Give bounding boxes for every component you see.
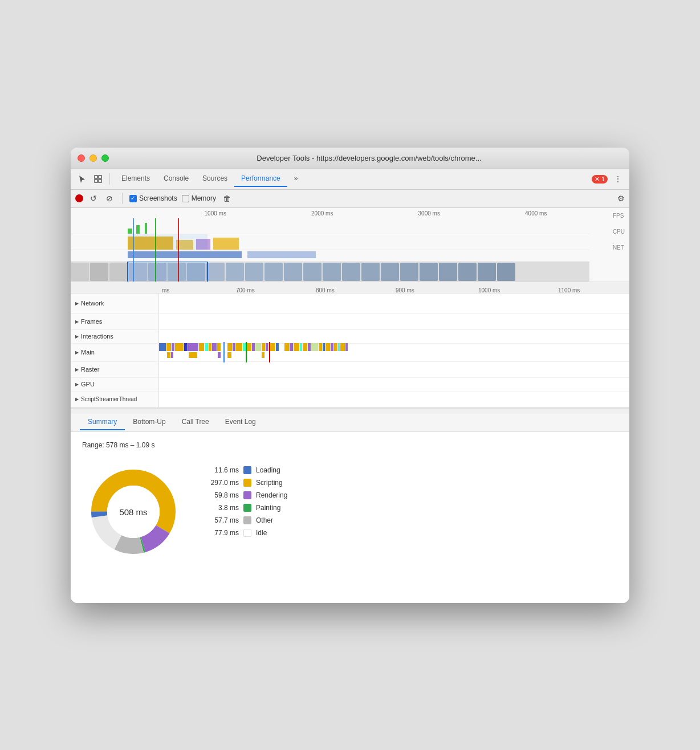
clear-button[interactable]: ⊘ bbox=[104, 193, 115, 204]
tab-event-log[interactable]: Event Log bbox=[217, 414, 264, 430]
raster-row-label[interactable]: ▶ Raster bbox=[71, 362, 159, 377]
svg-rect-47 bbox=[212, 343, 217, 351]
tab-elements[interactable]: Elements bbox=[115, 171, 157, 187]
interactions-row-label[interactable]: ▶ Interactions bbox=[71, 330, 159, 343]
svg-rect-31 bbox=[400, 263, 418, 281]
frames-row: ▶ Frames 603.6 ms 2060 ms bbox=[71, 314, 629, 330]
overview-time-4000: 4000 ms bbox=[525, 210, 547, 218]
svg-rect-23 bbox=[245, 263, 263, 281]
settings-icon[interactable]: ⚙ bbox=[617, 194, 625, 203]
overview-section[interactable]: 1000 ms 2000 ms 3000 ms 4000 ms bbox=[71, 208, 629, 282]
screenshots-checkbox[interactable] bbox=[129, 195, 137, 202]
svg-rect-77 bbox=[189, 352, 197, 358]
overview-time-labels: 1000 ms 2000 ms 3000 ms 4000 ms bbox=[162, 210, 589, 218]
reload-button[interactable]: ↺ bbox=[88, 193, 99, 204]
svg-rect-63 bbox=[300, 343, 302, 351]
svg-rect-46 bbox=[209, 343, 211, 351]
main-row-label[interactable]: ▶ Main bbox=[71, 344, 159, 361]
svg-rect-30 bbox=[381, 263, 399, 281]
maximize-button[interactable] bbox=[101, 154, 109, 162]
record-sep bbox=[122, 193, 123, 204]
main-triangle: ▶ bbox=[75, 350, 79, 355]
svg-rect-29 bbox=[361, 263, 380, 281]
scriptstreamer-label: ScriptStreamerThread bbox=[81, 396, 137, 402]
idle-value: 77.9 ms bbox=[207, 529, 239, 537]
cursor-icon[interactable] bbox=[75, 172, 89, 186]
legend-loading: 11.6 ms Loading bbox=[207, 466, 287, 474]
svg-rect-54 bbox=[252, 343, 255, 351]
main-row: ▶ Main bbox=[71, 344, 629, 362]
vmarker-red-main bbox=[269, 342, 270, 362]
svg-rect-6 bbox=[145, 223, 147, 234]
overview-screenshots-row bbox=[71, 262, 589, 282]
network-label: Network bbox=[81, 300, 104, 307]
loading-color bbox=[243, 466, 251, 474]
svg-rect-3 bbox=[99, 180, 101, 182]
titlebar: Developer Tools - https://developers.goo… bbox=[71, 148, 629, 169]
record-button[interactable] bbox=[75, 194, 83, 202]
tab-performance[interactable]: Performance bbox=[234, 171, 287, 187]
legend-rendering: 59.8 ms Rendering bbox=[207, 491, 287, 499]
donut-chart: 508 ms bbox=[82, 460, 185, 563]
memory-checkbox-label[interactable]: Memory bbox=[182, 194, 216, 202]
tab-sources[interactable]: Sources bbox=[196, 171, 234, 187]
gpu-label: GPU bbox=[81, 381, 95, 388]
svg-rect-39 bbox=[166, 343, 171, 351]
horizontal-scrollbar[interactable] bbox=[71, 408, 629, 414]
svg-rect-69 bbox=[325, 343, 330, 351]
summary-range: Range: 578 ms – 1.09 s bbox=[82, 441, 618, 449]
svg-rect-32 bbox=[420, 263, 438, 281]
svg-rect-0 bbox=[95, 176, 97, 178]
svg-rect-5 bbox=[136, 225, 140, 234]
raster-triangle: ▶ bbox=[75, 367, 79, 372]
error-badge[interactable]: ✕ 1 bbox=[592, 175, 608, 184]
tab-summary[interactable]: Summary bbox=[80, 414, 125, 430]
tab-call-tree[interactable]: Call Tree bbox=[174, 414, 217, 430]
network-row-label[interactable]: ▶ Network bbox=[71, 294, 159, 313]
more-options-icon[interactable]: ⋮ bbox=[611, 172, 625, 186]
svg-rect-28 bbox=[342, 263, 360, 281]
svg-rect-40 bbox=[172, 343, 174, 351]
minimize-button[interactable] bbox=[89, 154, 97, 162]
error-count: 1 bbox=[601, 176, 605, 182]
loading-value: 11.6 ms bbox=[207, 466, 239, 474]
svg-rect-66 bbox=[311, 343, 318, 351]
bottom-tabs: Summary Bottom-Up Call Tree Event Log bbox=[71, 414, 629, 432]
memory-label: Memory bbox=[192, 194, 216, 202]
raster-label: Raster bbox=[81, 366, 99, 373]
close-button[interactable] bbox=[78, 154, 85, 162]
svg-rect-70 bbox=[331, 343, 333, 351]
svg-rect-26 bbox=[303, 263, 321, 281]
tab-more[interactable]: » bbox=[287, 171, 305, 187]
svg-rect-67 bbox=[319, 343, 322, 351]
gpu-row-label[interactable]: ▶ GPU bbox=[71, 378, 159, 391]
tab-console[interactable]: Console bbox=[157, 171, 196, 187]
svg-rect-72 bbox=[338, 343, 340, 351]
svg-rect-14 bbox=[71, 263, 89, 281]
tab-bottom-up[interactable]: Bottom-Up bbox=[125, 414, 173, 430]
svg-rect-24 bbox=[264, 263, 283, 281]
legend-other: 57.7 ms Other bbox=[207, 516, 287, 524]
record-toolbar: ↺ ⊘ Screenshots Memory 🗑 ⚙ bbox=[71, 190, 629, 208]
devtools-window: Developer Tools - https://developers.goo… bbox=[71, 148, 629, 603]
scriptstreamer-row-label[interactable]: ▶ ScriptStreamerThread bbox=[71, 392, 159, 407]
svg-rect-62 bbox=[294, 343, 299, 351]
overview-timeline: 1000 ms 2000 ms 3000 ms 4000 ms bbox=[71, 208, 629, 282]
memory-checkbox[interactable] bbox=[182, 195, 189, 202]
trash-button[interactable]: 🗑 bbox=[221, 193, 233, 204]
frames-row-label[interactable]: ▶ Frames bbox=[71, 314, 159, 329]
svg-rect-60 bbox=[284, 343, 289, 351]
svg-rect-43 bbox=[188, 343, 198, 351]
rendering-value: 59.8 ms bbox=[207, 491, 239, 499]
inspect-icon[interactable] bbox=[91, 172, 105, 186]
frames-triangle: ▶ bbox=[75, 319, 79, 324]
screenshots-checkbox-label[interactable]: Screenshots bbox=[129, 194, 177, 202]
flamechart-section: ▶ Network async_survey (survey.g.double … bbox=[71, 294, 629, 408]
svg-rect-35 bbox=[478, 263, 496, 281]
scripting-label: Scripting bbox=[256, 479, 283, 487]
svg-rect-10 bbox=[213, 238, 239, 250]
ruler-mark-1000: 1000 ms bbox=[478, 287, 500, 294]
rendering-label: Rendering bbox=[256, 491, 287, 499]
screenshots-label: Screenshots bbox=[139, 194, 177, 202]
overview-cpu-row bbox=[71, 234, 589, 250]
